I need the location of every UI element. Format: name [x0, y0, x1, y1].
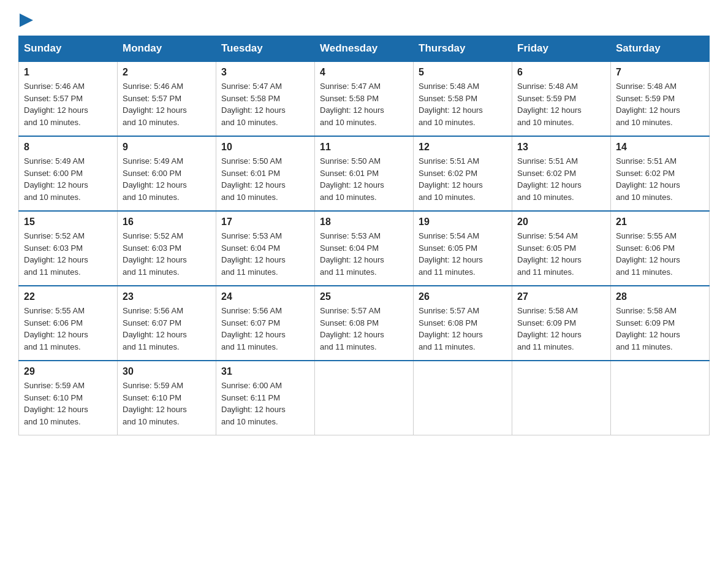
day-number: 24: [221, 291, 309, 302]
calendar-cell: 2 Sunrise: 5:46 AM Sunset: 5:57 PM Dayli…: [118, 61, 216, 136]
day-number: 12: [419, 142, 507, 153]
day-number: 28: [616, 291, 704, 302]
day-number: 20: [517, 216, 605, 228]
day-info: Sunrise: 5:53 AM Sunset: 6:04 PM Dayligh…: [221, 230, 309, 278]
calendar-cell: 10 Sunrise: 5:50 AM Sunset: 6:01 PM Dayl…: [216, 136, 315, 211]
day-info: Sunrise: 5:50 AM Sunset: 6:01 PM Dayligh…: [320, 155, 408, 203]
day-info: Sunrise: 5:58 AM Sunset: 6:09 PM Dayligh…: [616, 305, 704, 353]
day-number: 2: [123, 67, 211, 78]
day-info: Sunrise: 5:57 AM Sunset: 6:08 PM Dayligh…: [320, 305, 408, 353]
page-header: [18, 12, 710, 29]
day-number: 11: [320, 142, 408, 153]
day-info: Sunrise: 5:53 AM Sunset: 6:04 PM Dayligh…: [320, 230, 408, 278]
day-info: Sunrise: 5:48 AM Sunset: 5:59 PM Dayligh…: [517, 80, 605, 128]
day-info: Sunrise: 5:56 AM Sunset: 6:07 PM Dayligh…: [221, 305, 309, 353]
calendar-week-row-1: 1 Sunrise: 5:46 AM Sunset: 5:57 PM Dayli…: [19, 61, 710, 136]
day-number: 13: [517, 142, 605, 153]
calendar-cell: [414, 361, 512, 435]
day-info: Sunrise: 5:52 AM Sunset: 6:03 PM Dayligh…: [123, 230, 211, 278]
calendar-cell: 5 Sunrise: 5:48 AM Sunset: 5:58 PM Dayli…: [414, 61, 512, 136]
day-number: 5: [419, 67, 507, 78]
calendar-header-monday: Monday: [118, 36, 216, 62]
calendar-header-saturday: Saturday: [611, 36, 710, 62]
calendar-cell: 18 Sunrise: 5:53 AM Sunset: 6:04 PM Dayl…: [315, 211, 414, 286]
calendar-header-wednesday: Wednesday: [315, 36, 414, 62]
calendar-header-tuesday: Tuesday: [216, 36, 315, 62]
day-info: Sunrise: 5:46 AM Sunset: 5:57 PM Dayligh…: [24, 80, 112, 128]
day-number: 18: [320, 216, 408, 228]
day-info: Sunrise: 5:48 AM Sunset: 5:58 PM Dayligh…: [419, 80, 507, 128]
day-info: Sunrise: 5:48 AM Sunset: 5:59 PM Dayligh…: [616, 80, 704, 128]
day-info: Sunrise: 5:52 AM Sunset: 6:03 PM Dayligh…: [24, 230, 112, 278]
day-number: 29: [24, 366, 112, 377]
calendar-week-row-4: 22 Sunrise: 5:55 AM Sunset: 6:06 PM Dayl…: [19, 286, 710, 361]
calendar-cell: 14 Sunrise: 5:51 AM Sunset: 6:02 PM Dayl…: [611, 136, 710, 211]
calendar-cell: 31 Sunrise: 6:00 AM Sunset: 6:11 PM Dayl…: [216, 361, 315, 435]
calendar-cell: 9 Sunrise: 5:49 AM Sunset: 6:00 PM Dayli…: [118, 136, 216, 211]
calendar-cell: [512, 361, 611, 435]
day-info: Sunrise: 5:47 AM Sunset: 5:58 PM Dayligh…: [221, 80, 309, 128]
calendar-cell: [611, 361, 710, 435]
day-number: 15: [24, 216, 112, 228]
day-info: Sunrise: 5:58 AM Sunset: 6:09 PM Dayligh…: [517, 305, 605, 353]
calendar-cell: 23 Sunrise: 5:56 AM Sunset: 6:07 PM Dayl…: [118, 286, 216, 361]
calendar-cell: 19 Sunrise: 5:54 AM Sunset: 6:05 PM Dayl…: [414, 211, 512, 286]
day-number: 8: [24, 142, 112, 153]
calendar-cell: 28 Sunrise: 5:58 AM Sunset: 6:09 PM Dayl…: [611, 286, 710, 361]
day-info: Sunrise: 5:46 AM Sunset: 5:57 PM Dayligh…: [123, 80, 211, 128]
day-info: Sunrise: 5:49 AM Sunset: 6:00 PM Dayligh…: [24, 155, 112, 203]
day-info: Sunrise: 5:59 AM Sunset: 6:10 PM Dayligh…: [24, 380, 112, 427]
calendar-cell: 21 Sunrise: 5:55 AM Sunset: 6:06 PM Dayl…: [611, 211, 710, 286]
calendar-cell: 30 Sunrise: 5:59 AM Sunset: 6:10 PM Dayl…: [118, 361, 216, 435]
day-info: Sunrise: 5:54 AM Sunset: 6:05 PM Dayligh…: [419, 230, 507, 278]
day-info: Sunrise: 5:51 AM Sunset: 6:02 PM Dayligh…: [517, 155, 605, 203]
day-number: 23: [123, 291, 211, 302]
calendar-cell: 16 Sunrise: 5:52 AM Sunset: 6:03 PM Dayl…: [118, 211, 216, 286]
calendar-header-friday: Friday: [512, 36, 611, 62]
day-number: 9: [123, 142, 211, 153]
day-info: Sunrise: 5:55 AM Sunset: 6:06 PM Dayligh…: [616, 230, 704, 278]
day-number: 22: [24, 291, 112, 302]
day-number: 26: [419, 291, 507, 302]
calendar-cell: [315, 361, 414, 435]
calendar-header-thursday: Thursday: [414, 36, 512, 62]
day-info: Sunrise: 5:50 AM Sunset: 6:01 PM Dayligh…: [221, 155, 309, 203]
calendar-cell: 7 Sunrise: 5:48 AM Sunset: 5:59 PM Dayli…: [611, 61, 710, 136]
calendar-cell: 11 Sunrise: 5:50 AM Sunset: 6:01 PM Dayl…: [315, 136, 414, 211]
calendar-table: SundayMondayTuesdayWednesdayThursdayFrid…: [18, 36, 710, 435]
day-number: 3: [221, 67, 309, 78]
day-number: 19: [419, 216, 507, 228]
day-number: 7: [616, 67, 704, 78]
logo-arrow-icon: [20, 13, 33, 27]
day-number: 17: [221, 216, 309, 228]
calendar-cell: 20 Sunrise: 5:54 AM Sunset: 6:05 PM Dayl…: [512, 211, 611, 286]
day-number: 1: [24, 67, 112, 78]
calendar-cell: 24 Sunrise: 5:56 AM Sunset: 6:07 PM Dayl…: [216, 286, 315, 361]
day-info: Sunrise: 5:55 AM Sunset: 6:06 PM Dayligh…: [24, 305, 112, 353]
day-info: Sunrise: 5:49 AM Sunset: 6:00 PM Dayligh…: [123, 155, 211, 203]
calendar-cell: 13 Sunrise: 5:51 AM Sunset: 6:02 PM Dayl…: [512, 136, 611, 211]
day-number: 10: [221, 142, 309, 153]
day-number: 31: [221, 366, 309, 377]
calendar-cell: 15 Sunrise: 5:52 AM Sunset: 6:03 PM Dayl…: [19, 211, 118, 286]
calendar-header-row: SundayMondayTuesdayWednesdayThursdayFrid…: [19, 36, 710, 62]
calendar-cell: 8 Sunrise: 5:49 AM Sunset: 6:00 PM Dayli…: [19, 136, 118, 211]
day-number: 14: [616, 142, 704, 153]
day-info: Sunrise: 5:57 AM Sunset: 6:08 PM Dayligh…: [419, 305, 507, 353]
calendar-cell: 3 Sunrise: 5:47 AM Sunset: 5:58 PM Dayli…: [216, 61, 315, 136]
calendar-cell: 26 Sunrise: 5:57 AM Sunset: 6:08 PM Dayl…: [414, 286, 512, 361]
calendar-cell: 6 Sunrise: 5:48 AM Sunset: 5:59 PM Dayli…: [512, 61, 611, 136]
calendar-cell: 12 Sunrise: 5:51 AM Sunset: 6:02 PM Dayl…: [414, 136, 512, 211]
day-info: Sunrise: 5:51 AM Sunset: 6:02 PM Dayligh…: [419, 155, 507, 203]
day-info: Sunrise: 6:00 AM Sunset: 6:11 PM Dayligh…: [221, 380, 309, 427]
day-info: Sunrise: 5:54 AM Sunset: 6:05 PM Dayligh…: [517, 230, 605, 278]
calendar-cell: 4 Sunrise: 5:47 AM Sunset: 5:58 PM Dayli…: [315, 61, 414, 136]
calendar-cell: 29 Sunrise: 5:59 AM Sunset: 6:10 PM Dayl…: [19, 361, 118, 435]
calendar-week-row-3: 15 Sunrise: 5:52 AM Sunset: 6:03 PM Dayl…: [19, 211, 710, 286]
day-number: 21: [616, 216, 704, 228]
day-number: 16: [123, 216, 211, 228]
day-number: 27: [517, 291, 605, 302]
calendar-week-row-2: 8 Sunrise: 5:49 AM Sunset: 6:00 PM Dayli…: [19, 136, 710, 211]
day-info: Sunrise: 5:56 AM Sunset: 6:07 PM Dayligh…: [123, 305, 211, 353]
calendar-cell: 17 Sunrise: 5:53 AM Sunset: 6:04 PM Dayl…: [216, 211, 315, 286]
